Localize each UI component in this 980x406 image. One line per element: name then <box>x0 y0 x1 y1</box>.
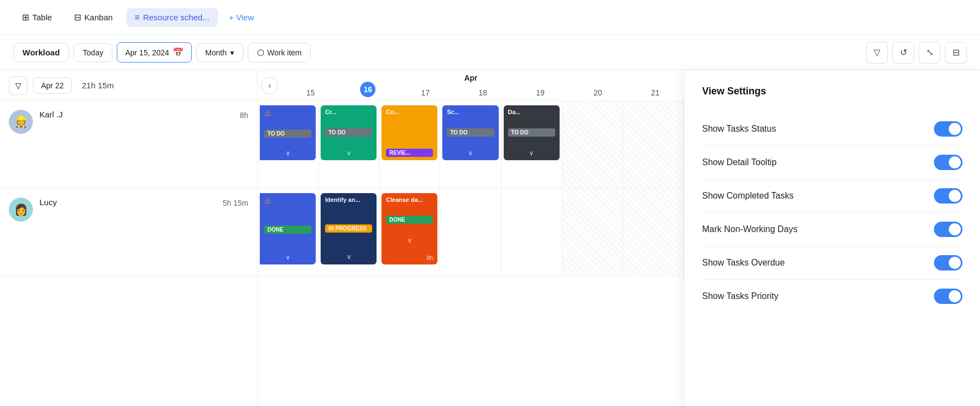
prev-arrow[interactable]: ‹ <box>261 77 278 94</box>
vs-label-tasks-overdue: Show Tasks Overdue <box>702 258 785 268</box>
work-item-label: Work item <box>267 48 302 57</box>
status-badge: TO DO <box>447 128 494 137</box>
lucy-cell-20 <box>562 189 623 276</box>
nav-resource[interactable]: ≡ Resource sched... <box>126 8 218 27</box>
user-info-lucy: Lucy <box>39 198 223 207</box>
filter-button[interactable]: ▽ <box>866 42 888 64</box>
task-label: Co... <box>386 109 433 115</box>
toggle-tasks-priority[interactable] <box>934 289 962 304</box>
karl-task-16[interactable]: Cr... TO DO ∨ <box>321 105 377 160</box>
toggle-tasks-status[interactable] <box>934 121 962 137</box>
status-badge: TO DO <box>508 128 555 137</box>
toggle-completed-tasks[interactable] <box>934 188 962 204</box>
warning-icon: ⚠ <box>264 196 311 205</box>
settings-button[interactable]: ⊟ <box>945 42 967 64</box>
lucy-cell-21 <box>623 189 684 276</box>
karl-task-15[interactable]: ⚠ TO DO ∨ <box>260 105 316 160</box>
month-label: Month <box>206 48 227 57</box>
vs-label-tasks-priority: Show Tasks Priority <box>702 291 778 301</box>
lucy-cell-19 <box>502 189 562 276</box>
task-label: Da... <box>508 109 555 115</box>
nav-kanban-label: Kanban <box>84 13 113 22</box>
cal-day-18: 18 <box>454 70 512 100</box>
date-picker[interactable]: Apr 15, 2024 📅 <box>117 42 191 63</box>
day-num-21: 21 <box>651 88 660 97</box>
work-item-button[interactable]: ⬡ Work item <box>248 43 311 63</box>
chevron-down-icon: ▾ <box>230 48 234 57</box>
left-panel: ▽ Apr 22 21h 15m 👷 Karl .J 8h 👩 Lucy 5h … <box>0 70 258 406</box>
status-badge: TO DO <box>325 128 372 137</box>
vs-row-tasks-priority: Show Tasks Priority <box>702 280 962 313</box>
chevron-down: ∧ <box>325 253 372 261</box>
refresh-icon: ↺ <box>900 47 907 58</box>
karl-cell-21 <box>623 101 684 188</box>
status-badge: DONE <box>386 216 433 224</box>
lucy-task-17[interactable]: Cleanse da... DONE ∨ 8h <box>381 193 437 264</box>
header-date-badge: Apr 22 <box>33 77 72 94</box>
karl-cell-19: Da... TO DO ∨ <box>502 101 562 188</box>
day-num-20: 20 <box>594 88 602 97</box>
chevron-down: ∨ <box>447 149 494 157</box>
karl-task-17[interactable]: Co... REVIE... <box>381 105 437 160</box>
calendar-header: ‹ Apr 15 16 17 18 19 20 21 <box>258 70 684 101</box>
task-label: Cr... <box>325 109 372 115</box>
add-view-button[interactable]: + View <box>223 8 260 26</box>
workload-button[interactable]: Workload <box>13 43 69 62</box>
today-label: Today <box>83 48 103 57</box>
warning-icon: ⚠ <box>264 109 311 117</box>
user-hours-lucy: 5h 15m <box>223 198 248 207</box>
expand-button[interactable]: ⤡ <box>919 42 941 64</box>
karl-task-18[interactable]: Sc... TO DO ∨ <box>442 105 498 160</box>
user-name-karl: Karl .J <box>39 110 63 119</box>
user-row-karl: 👷 Karl .J 8h <box>0 101 257 189</box>
refresh-button[interactable]: ↺ <box>892 42 914 64</box>
today-button[interactable]: Today <box>73 43 112 62</box>
top-nav: ⊞ Table ⊟ Kanban ≡ Resource sched... + V… <box>0 0 980 35</box>
chevron-down: ∨ <box>386 236 433 244</box>
calendar-area: ▽ Apr 22 21h 15m 👷 Karl .J 8h 👩 Lucy 5h … <box>0 70 980 406</box>
task-label: Sc... <box>447 109 494 115</box>
status-badge: REVIE... <box>386 149 433 157</box>
lucy-task-16[interactable]: Identify an... IN PROGRESS ∧ <box>321 193 377 264</box>
lucy-cell-15: ⚠ DONE ∨ <box>258 189 318 276</box>
nav-kanban[interactable]: ⊟ Kanban <box>65 8 122 27</box>
vs-row-non-working-days: Mark Non-Working Days <box>702 213 962 246</box>
vs-label-tasks-status: Show Tasks Status <box>702 124 776 134</box>
view-settings-title: View Settings <box>702 86 962 97</box>
kanban-icon: ⊟ <box>74 12 81 22</box>
month-selector[interactable]: Month ▾ <box>196 43 243 62</box>
date-value: Apr 15, 2024 <box>125 48 169 57</box>
karl-cell-18: Sc... TO DO ∨ <box>440 101 501 188</box>
task-label: Identify an... <box>325 196 372 203</box>
calendar-body: ⚠ TO DO ∨ Cr... TO DO ∨ Co... <box>258 101 684 277</box>
user-hours-karl: 8h <box>240 110 248 120</box>
workload-label: Workload <box>22 48 60 57</box>
cal-day-21: 21 <box>626 70 684 100</box>
day-num-18: 18 <box>478 88 487 97</box>
calendar-grid: ‹ Apr 15 16 17 18 19 20 21 <box>258 70 684 406</box>
cal-day-15: 15 <box>282 70 339 100</box>
toggle-detail-tooltip[interactable] <box>934 155 962 170</box>
status-badge: TO DO <box>264 129 311 138</box>
header-filter-button[interactable]: ▽ <box>9 76 27 95</box>
cal-day-16: 16 <box>339 70 397 100</box>
expand-icon: ⤡ <box>926 47 933 58</box>
avatar-lucy: 👩 <box>9 198 33 222</box>
cal-day-19: 19 <box>511 70 569 100</box>
view-settings-panel: View Settings Show Tasks Status Show Det… <box>684 70 980 406</box>
toggle-tasks-overdue[interactable] <box>934 255 962 270</box>
month-label: Apr <box>464 74 477 82</box>
status-badge: DONE <box>264 225 311 234</box>
filter-icon: ▽ <box>874 47 880 58</box>
vs-label-detail-tooltip: Show Detail Tooltip <box>702 157 777 167</box>
vs-row-completed-tasks: Show Completed Tasks <box>702 179 962 213</box>
chevron-down: ∨ <box>264 253 311 261</box>
table-icon: ⊞ <box>22 12 29 22</box>
nav-table[interactable]: ⊞ Table <box>13 8 61 27</box>
karl-task-19[interactable]: Da... TO DO ∨ <box>504 105 560 160</box>
vs-row-detail-tooltip: Show Detail Tooltip <box>702 146 962 179</box>
vs-label-non-working-days: Mark Non-Working Days <box>702 224 797 234</box>
lucy-task-15[interactable]: ⚠ DONE ∨ <box>260 193 316 264</box>
toggle-non-working-days[interactable] <box>934 222 962 237</box>
header-hours-badge: 21h 15m <box>82 81 113 90</box>
